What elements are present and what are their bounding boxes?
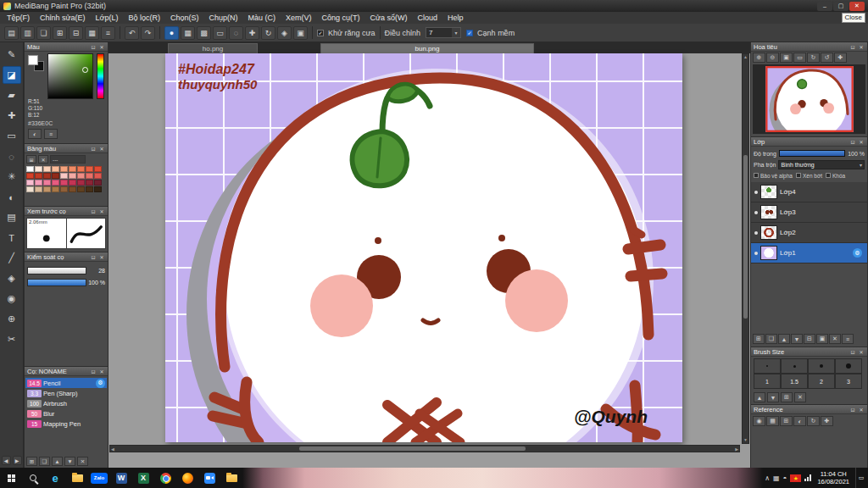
- bucket-tool-icon[interactable]: ◐: [3, 188, 21, 206]
- panel-float-icon[interactable]: ⊡: [90, 208, 97, 214]
- palette-swatch[interactable]: [43, 180, 51, 186]
- menu-select[interactable]: Chọn(S): [165, 12, 204, 24]
- palette-swatch[interactable]: [26, 166, 34, 172]
- panel-close-icon[interactable]: ✕: [858, 43, 865, 50]
- blend-mode-select[interactable]: Bình thường ▾: [778, 160, 865, 169]
- hue-slider[interactable]: [97, 53, 104, 99]
- panel-float-icon[interactable]: ⊡: [90, 368, 97, 374]
- hatch-snap-icon[interactable]: ▩: [197, 26, 211, 40]
- rotate-ccw-icon[interactable]: ↺: [821, 53, 833, 63]
- brush-size-preset[interactable]: 1.5: [781, 374, 808, 389]
- saturation-value-picker[interactable]: [47, 53, 93, 99]
- menu-tools[interactable]: Công cụ(T): [317, 12, 365, 24]
- navigator-viewport[interactable]: [753, 64, 865, 134]
- grid-toggle-icon[interactable]: ▦: [85, 26, 99, 40]
- taskbar-clock[interactable]: 11:04 CH 16/08/2021: [817, 470, 849, 485]
- palette-swatch[interactable]: [94, 173, 102, 179]
- tab-ho-png[interactable]: ho.png: [168, 43, 258, 53]
- ellipse-snap-icon[interactable]: ◌: [229, 26, 243, 40]
- settings-list-icon[interactable]: ≡: [101, 26, 115, 40]
- divide-tool-icon[interactable]: ✂: [3, 330, 21, 348]
- tray-app-icon[interactable]: ▦: [773, 474, 780, 482]
- taskbar-word[interactable]: W: [110, 468, 132, 488]
- layer-menu-icon[interactable]: ≡: [842, 334, 854, 344]
- zoom-out-icon[interactable]: ⊖: [766, 53, 779, 63]
- adjust-dropdown[interactable]: 7 ▾: [426, 27, 461, 38]
- palette-swatch[interactable]: [35, 186, 42, 192]
- rotate-snap-icon[interactable]: ↻: [261, 26, 275, 40]
- layer-row-lop1[interactable]: Lớp1 ⚙: [751, 243, 867, 263]
- brush-item-pencil[interactable]: 14.5 Pencil ⚙: [25, 378, 107, 388]
- add-swatch-icon[interactable]: ⊞: [26, 155, 36, 164]
- palette-swatch[interactable]: [69, 180, 76, 186]
- hidden-icons-chevron[interactable]: ∧: [765, 474, 770, 482]
- canvas-surface[interactable]: #Hoidap247 thuyquynh50 @Quynh: [165, 53, 682, 442]
- ref-move-icon[interactable]: ✚: [821, 416, 833, 426]
- gradient-tool-icon[interactable]: ▤: [3, 208, 21, 226]
- menu-edit[interactable]: Chỉnh sửa(E): [35, 12, 91, 24]
- palette-swatch[interactable]: [43, 186, 51, 192]
- palette-set-select[interactable]: ---: [50, 155, 86, 164]
- menu-snap[interactable]: Chụp(N): [204, 12, 243, 24]
- vertical-scrollbar[interactable]: ▲ ▼: [742, 53, 749, 444]
- zoom-tool-icon[interactable]: ◉: [3, 290, 21, 308]
- panel-float-icon[interactable]: ⊡: [849, 348, 856, 355]
- palette-swatch[interactable]: [52, 166, 59, 172]
- palette-swatch[interactable]: [35, 166, 42, 172]
- taskbar-firefox[interactable]: [176, 468, 198, 488]
- brush-size-dot-cell[interactable]: [835, 358, 862, 374]
- cross-snap-icon[interactable]: ✚: [245, 26, 259, 40]
- taskbar-edge[interactable]: e: [44, 468, 66, 488]
- brush-item-mapping-pen[interactable]: 15 Mapping Pen: [25, 419, 107, 429]
- panel-close-icon[interactable]: ✕: [858, 348, 865, 355]
- layer-up-icon[interactable]: ▲: [778, 334, 790, 344]
- save-icon[interactable]: ❏: [36, 26, 51, 40]
- taskbar-zoom[interactable]: [198, 468, 220, 488]
- layer-down-icon[interactable]: ▼: [791, 334, 803, 344]
- palette-swatch[interactable]: [69, 166, 76, 172]
- delete-layer-icon[interactable]: ✕: [829, 334, 841, 344]
- move-tool-icon[interactable]: ✚: [3, 107, 21, 125]
- vertical-scroll-thumb[interactable]: [743, 155, 748, 319]
- select-tool-icon[interactable]: ▭: [3, 127, 21, 145]
- menu-color[interactable]: Màu (C): [243, 12, 281, 24]
- size-add-icon[interactable]: ⊞: [781, 392, 793, 402]
- ref-eyedropper-icon[interactable]: ◉: [753, 416, 765, 426]
- horizontal-scrollbar[interactable]: ◀ ▶: [109, 445, 740, 452]
- delete-swatch-icon[interactable]: ✕: [38, 155, 48, 164]
- ref-contrast-icon[interactable]: ◐: [793, 416, 806, 426]
- palette-swatch[interactable]: [69, 186, 76, 192]
- palette-swatch[interactable]: [60, 173, 68, 179]
- pen-tool-icon[interactable]: ✎: [3, 46, 21, 64]
- reset-view-icon[interactable]: ✚: [834, 53, 847, 63]
- brush-size-preset[interactable]: 1: [754, 374, 781, 389]
- scroll-right-icon[interactable]: ▶: [735, 446, 738, 452]
- palette-swatch[interactable]: [60, 166, 68, 172]
- lock-checkbox[interactable]: [826, 173, 831, 178]
- brush-cursor-icon[interactable]: ●: [164, 26, 179, 40]
- open-file-icon[interactable]: ▥: [20, 26, 35, 40]
- panel-close-icon[interactable]: ✕: [98, 145, 105, 152]
- diamond-snap-icon[interactable]: ◈: [277, 26, 292, 40]
- palette-swatch[interactable]: [69, 173, 76, 179]
- delete-brush-icon[interactable]: ✕: [77, 457, 88, 466]
- magic-wand-tool-icon[interactable]: ✳: [3, 168, 21, 186]
- panel-close-icon[interactable]: ✕: [98, 368, 105, 374]
- color-wheel-toggle-icon[interactable]: ◐: [28, 129, 42, 139]
- notification-center-icon[interactable]: ▭: [855, 468, 866, 488]
- ref-rotate-icon[interactable]: ↻: [807, 416, 820, 426]
- panel-float-icon[interactable]: ⊡: [849, 406, 856, 413]
- panel-close-icon[interactable]: ✕: [98, 43, 105, 50]
- material-panel-icon[interactable]: ▣: [293, 26, 308, 40]
- taskbar-explorer[interactable]: [220, 468, 242, 488]
- zoom-fit-icon[interactable]: ▣: [780, 53, 793, 63]
- layer-row-lop2[interactable]: Lớp2: [751, 223, 867, 243]
- palette-swatch[interactable]: [77, 186, 85, 192]
- new-file-icon[interactable]: ▤: [4, 26, 19, 40]
- size-up-icon[interactable]: ▲: [754, 392, 765, 402]
- strip-next-icon[interactable]: ▶: [13, 456, 22, 465]
- menu-filter[interactable]: Bộ lọc(R): [123, 12, 165, 24]
- line-tool-icon[interactable]: ╱: [3, 249, 21, 267]
- network-icon[interactable]: [804, 474, 811, 481]
- palette-swatch[interactable]: [86, 166, 93, 172]
